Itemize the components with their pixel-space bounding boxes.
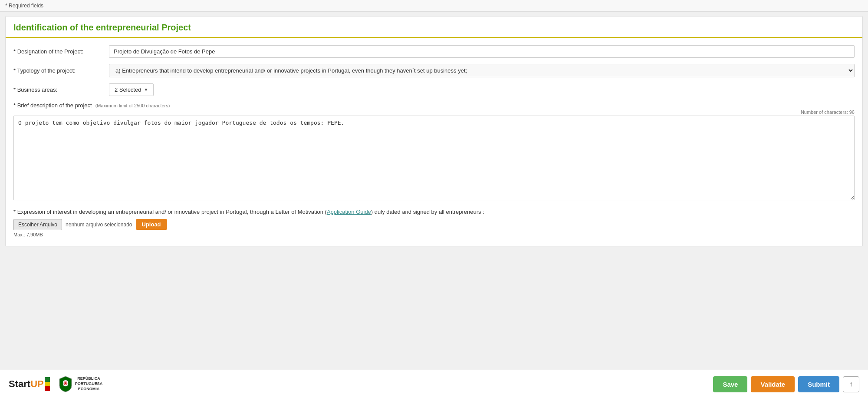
expression-label: * Expression of interest in developing a… xyxy=(13,208,855,216)
footer-logos: StartUP REPÚBLICA PORTUGUESA ECONOM xyxy=(9,375,102,393)
form-card: Identification of the entrepreneurial Pr… xyxy=(5,16,863,246)
footer-buttons: Save Validate Submit ↑ xyxy=(713,376,859,392)
description-label: * Brief description of the project xyxy=(13,102,92,109)
republica-line1: REPÚBLICA xyxy=(75,376,103,381)
description-sublabel: (Maximum limit of 2500 characters) xyxy=(95,103,170,108)
typology-select[interactable]: a) Entrepreneurs that intend to develop … xyxy=(109,64,855,77)
typology-label: * Typology of the project: xyxy=(13,67,109,74)
business-areas-row: * Business areas: 2 Selected ▼ xyxy=(13,83,855,96)
designation-input[interactable] xyxy=(109,45,855,58)
republica-line3: ECONOMIA xyxy=(75,387,103,392)
republica-shield-icon xyxy=(59,375,72,393)
upload-button[interactable]: Upload xyxy=(136,219,167,230)
max-size-note: Max.: 7,90MB xyxy=(13,232,855,237)
save-button[interactable]: Save xyxy=(713,376,747,392)
republica-line2: PORTUGUESA xyxy=(75,381,103,387)
startup-logo-start: Start xyxy=(9,378,30,390)
republica-logo-text: REPÚBLICA PORTUGUESA ECONOMIA xyxy=(75,376,103,391)
description-textarea[interactable]: O projeto tem como objetivo divulgar fot… xyxy=(13,116,855,200)
republica-logo: REPÚBLICA PORTUGUESA ECONOMIA xyxy=(59,375,103,393)
expression-label-start: * Expression of interest in developing a… xyxy=(13,209,327,215)
startup-logo: StartUP xyxy=(9,377,50,391)
chevron-down-icon: ▼ xyxy=(144,87,148,92)
description-section: * Brief description of the project (Maxi… xyxy=(13,102,855,202)
startup-logo-up: UP xyxy=(30,378,44,390)
svg-point-5 xyxy=(65,382,66,384)
designation-row: * Designation of the Project: xyxy=(13,45,855,58)
file-name-display: nenhum arquivo selecionado xyxy=(66,222,132,228)
form-body: * Designation of the Project: * Typology… xyxy=(6,38,862,246)
bar-green xyxy=(45,377,50,382)
business-areas-label: * Business areas: xyxy=(13,86,109,93)
expression-label-end: ) duly dated and signed by all entrepren… xyxy=(371,209,484,215)
submit-button[interactable]: Submit xyxy=(798,376,839,392)
main-content: Identification of the entrepreneurial Pr… xyxy=(0,12,868,370)
char-count: Number of characters: 96 xyxy=(13,109,855,115)
business-areas-value: 2 Selected xyxy=(115,86,141,93)
bar-red xyxy=(45,386,50,391)
file-upload-row: Escolher Arquivo nenhum arquivo selecion… xyxy=(13,219,855,230)
expression-section: * Expression of interest in developing a… xyxy=(13,208,855,237)
startup-logo-bar xyxy=(45,377,50,391)
business-areas-multiselect[interactable]: 2 Selected ▼ xyxy=(109,83,154,96)
description-label-row: * Brief description of the project (Maxi… xyxy=(13,102,855,109)
scroll-top-button[interactable]: ↑ xyxy=(843,376,859,392)
designation-label: * Designation of the Project: xyxy=(13,48,109,55)
validate-button[interactable]: Validate xyxy=(751,376,795,392)
typology-row: * Typology of the project: a) Entreprene… xyxy=(13,64,855,77)
choose-file-button[interactable]: Escolher Arquivo xyxy=(13,219,62,230)
bar-yellow xyxy=(45,382,50,387)
form-card-header: Identification of the entrepreneurial Pr… xyxy=(6,17,862,38)
footer: StartUP REPÚBLICA PORTUGUESA ECONOM xyxy=(0,370,868,398)
required-fields-note: * Required fields xyxy=(0,0,868,12)
page-title: Identification of the entrepreneurial Pr… xyxy=(13,23,855,33)
svg-rect-1 xyxy=(61,381,63,385)
svg-rect-2 xyxy=(68,381,70,385)
application-guide-link[interactable]: Application Guide xyxy=(327,209,371,215)
